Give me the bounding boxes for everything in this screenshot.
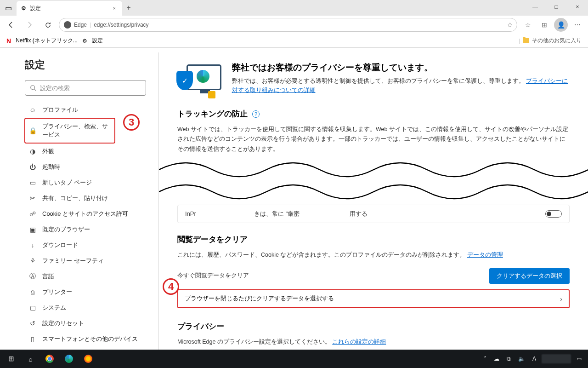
taskbar-edge[interactable] xyxy=(60,350,78,368)
manage-data-link[interactable]: データの管理 xyxy=(467,252,503,258)
sidebar-item-language[interactable]: Ⓐ言語 xyxy=(25,269,145,284)
forward-button[interactable] xyxy=(22,17,37,32)
profile-avatar[interactable]: 👤 xyxy=(554,18,568,32)
url-text: edge://settings/privacy xyxy=(94,22,505,28)
close-icon[interactable]: × xyxy=(111,5,118,12)
maximize-button[interactable]: □ xyxy=(546,0,567,14)
firefox-icon xyxy=(84,355,92,363)
netflix-icon: N xyxy=(6,37,11,45)
tracking-heading: トラッキングの防止 xyxy=(177,109,248,119)
svg-point-0 xyxy=(31,86,35,90)
edge-icon xyxy=(64,21,71,29)
inprivate-strict-row: InPr きは、常に "厳密 用する xyxy=(177,205,570,223)
favbar-divider: | xyxy=(519,38,520,44)
system-icon: ▢ xyxy=(28,304,37,311)
phone-icon: ▯ xyxy=(28,335,37,343)
back-button[interactable] xyxy=(4,17,18,32)
tab-actions-icon[interactable]: ▭ xyxy=(0,0,17,16)
address-bar[interactable]: Edge | edge://settings/privacy ✩ xyxy=(59,18,517,32)
clear-data-heading: 閲覧データをクリア xyxy=(177,234,570,245)
sidebar-item-system[interactable]: ▢システム xyxy=(25,300,145,316)
share-icon: ✂ xyxy=(28,195,37,202)
clock-blurred xyxy=(542,354,571,363)
tray-chevron-icon[interactable]: ˄ xyxy=(482,356,488,362)
fav-settings[interactable]: 設定 xyxy=(92,37,103,45)
browser-icon: ▣ xyxy=(28,226,37,233)
refresh-button[interactable] xyxy=(40,17,55,32)
profile-icon: ☺ xyxy=(28,106,37,114)
annotation-3: 3 xyxy=(123,114,140,131)
window-titlebar: ▭ ⚙ 設定 × + — □ × xyxy=(0,0,588,16)
sidebar-item-reset[interactable]: ↺設定のリセット xyxy=(25,316,145,331)
window-close-button[interactable]: × xyxy=(567,0,588,14)
power-icon: ⏻ xyxy=(28,163,37,171)
start-button[interactable]: ⊞ xyxy=(2,350,20,368)
action-center-icon[interactable]: ▭ xyxy=(575,356,583,362)
chrome-icon xyxy=(45,355,54,363)
sidebar-item-cookies[interactable]: ☍Cookie とサイトのアクセス許可 xyxy=(25,206,145,222)
fav-other[interactable]: その他のお気に入り xyxy=(532,37,582,45)
folder-icon xyxy=(523,38,529,43)
privacy-heading: プライバシー xyxy=(177,321,570,332)
privacy-badge-icon: ✓ xyxy=(177,62,218,97)
minimize-button[interactable]: — xyxy=(525,0,546,14)
browser-toolbar: Edge | edge://settings/privacy ✩ ☆ ⊞ 👤 ⋯ xyxy=(0,16,588,34)
download-icon: ↓ xyxy=(28,242,37,249)
addr-label: Edge xyxy=(74,22,87,28)
tray-network-icon[interactable]: ⧉ xyxy=(505,356,513,362)
sidebar-heading: 設定 xyxy=(25,58,145,72)
settings-main: ✓ 弊社ではお客様のプライバシーを尊重しています。 弊社では、お客様が必要とする… xyxy=(159,48,588,350)
favorites-bar: N Netflix (ネットフリック... ⚙ 設定 | その他のお気に入り xyxy=(0,34,588,48)
taskbar-firefox[interactable] xyxy=(79,350,97,368)
family-icon: ⚘ xyxy=(28,257,37,264)
hero-title: 弊社ではお客様のプライバシーを尊重しています。 xyxy=(232,62,570,74)
taskbar-search[interactable]: ⌕ xyxy=(21,350,40,368)
toggle-switch[interactable] xyxy=(545,210,562,218)
sidebar-item-startup[interactable]: ⏻起動時 xyxy=(25,159,145,175)
privacy-settings-link[interactable]: これらの設定の詳細 xyxy=(332,339,386,345)
fav-netflix[interactable]: Netflix (ネットフリック... xyxy=(16,37,78,45)
sidebar-item-appearance[interactable]: ◑外観 xyxy=(25,144,145,159)
search-input[interactable] xyxy=(25,80,146,96)
favorite-icon[interactable]: ☆ xyxy=(521,18,535,32)
language-icon: Ⓐ xyxy=(28,272,37,281)
sidebar-item-printer[interactable]: ⎙プリンター xyxy=(25,284,145,300)
gear-icon: ⚙ xyxy=(21,5,26,12)
search-icon xyxy=(30,85,36,91)
sidebar-item-share[interactable]: ✂共有、コピー、貼り付け xyxy=(25,190,145,206)
sidebar-item-default[interactable]: ▣既定のブラウザー xyxy=(25,222,145,237)
new-tab-button[interactable]: + xyxy=(122,4,135,12)
tab-title: 設定 xyxy=(30,5,107,12)
choose-clear-button[interactable]: クリアするデータの選択 xyxy=(489,268,570,284)
clear-on-close-row[interactable]: ブラウザーを閉じるたびにクリアするデータを選択する › xyxy=(177,289,570,308)
settings-sidebar: 設定 ☺プロファイル 🔒プライバシー、検索、サービス ◑外観 ⏻起動時 ▭新しい… xyxy=(0,48,158,350)
chevron-right-icon: › xyxy=(560,295,562,303)
tray-volume-icon[interactable]: 🔈 xyxy=(516,356,527,362)
ime-indicator[interactable]: A xyxy=(531,356,538,362)
collections-icon[interactable]: ⊞ xyxy=(537,18,551,32)
sidebar-item-privacy[interactable]: 🔒プライバシー、検索、サービス xyxy=(24,118,115,144)
browser-tab[interactable]: ⚙ 設定 × xyxy=(17,1,122,16)
reading-mode-icon[interactable]: ✩ xyxy=(508,22,512,28)
taskbar-chrome[interactable] xyxy=(40,350,59,368)
printer-icon: ⎙ xyxy=(28,288,37,296)
lock-icon: 🔒 xyxy=(29,127,37,134)
clear-now-label: 今すぐ閲覧データをクリア xyxy=(177,271,249,281)
windows-taskbar: ⊞ ⌕ ˄ ☁ ⧉ 🔈 A ▭ xyxy=(0,350,588,368)
sidebar-item-family[interactable]: ⚘ファミリー セーフティ xyxy=(25,253,145,269)
sidebar-item-newtab[interactable]: ▭新しいタブ ページ xyxy=(25,175,145,190)
sidebar-item-devices[interactable]: ▯スマートフォンとその他のデバイス xyxy=(25,331,145,347)
edge-icon xyxy=(65,355,73,363)
menu-icon[interactable]: ⋯ xyxy=(571,18,584,32)
reset-icon: ↺ xyxy=(28,320,37,327)
cookie-icon: ☍ xyxy=(28,210,37,218)
content-omitted-wave xyxy=(159,156,588,202)
appearance-icon: ◑ xyxy=(28,148,37,155)
gear-icon: ⚙ xyxy=(82,38,87,44)
sidebar-item-downloads[interactable]: ↓ダウンロード xyxy=(25,237,145,253)
tab-icon: ▭ xyxy=(28,179,37,186)
info-icon[interactable]: ? xyxy=(252,110,260,118)
tray-onedrive-icon[interactable]: ☁ xyxy=(492,356,501,362)
tracking-description: Web サイトでは、トラッカーを使用して閲覧に関する情報を収集します。Web サ… xyxy=(177,125,570,154)
annotation-4: 4 xyxy=(163,278,179,295)
